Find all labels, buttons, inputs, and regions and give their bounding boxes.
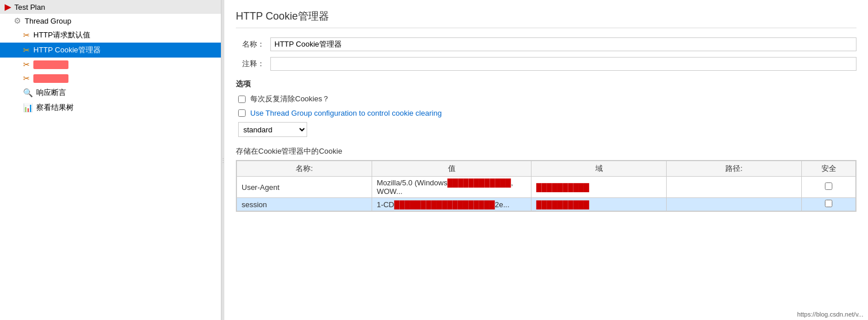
- name-row: 名称：: [236, 37, 856, 51]
- name-label: 名称：: [236, 39, 265, 49]
- sidebar-item-test-plan[interactable]: ▶ Test Plan: [0, 0, 221, 14]
- cookie-section-title: 存储在Cookie管理器中的Cookie: [236, 146, 856, 157]
- cookie-icon: ✂: [23, 45, 30, 55]
- thread-group-cookie-checkbox[interactable]: [238, 109, 246, 117]
- thread-group-cookie-label[interactable]: Use Thread Group configuration to contro…: [250, 109, 442, 117]
- search-icon: 🔍: [23, 88, 33, 97]
- sidebar-item-label: Thread Group: [25, 17, 71, 25]
- sidebar-item-label: HTTP请求默认值: [33, 30, 90, 40]
- sidebar-item-results-tree[interactable]: 📊 察看结果树: [0, 100, 221, 115]
- policy-dropdown-row: standard compatibility netscape rfc2109 …: [236, 122, 856, 137]
- sidebar-item-label-blurred-2: ████: [33, 74, 68, 83]
- page-title: HTTP Cookie管理器: [236, 9, 856, 28]
- col-header-name: 名称:: [237, 161, 372, 177]
- sidebar-item-assert[interactable]: 🔍 响应断言: [0, 85, 221, 100]
- col-header-value: 值: [372, 161, 531, 177]
- col-header-path: 路径:: [667, 161, 802, 177]
- col-header-secure: 安全: [802, 161, 856, 177]
- sidebar-item-blurred-2[interactable]: ✂ ████: [0, 71, 221, 85]
- cookie-value-cell: 1-CD███████████████████2e...: [372, 198, 531, 211]
- table-row[interactable]: session 1-CD███████████████████2e... ███…: [237, 198, 856, 211]
- options-section-title: 选项: [236, 79, 856, 89]
- clear-cookies-label[interactable]: 每次反复清除Cookies？: [250, 94, 330, 104]
- cookie-path-cell: [667, 177, 802, 198]
- sidebar-item-label-blurred-1: ████: [33, 60, 68, 69]
- wrench-icon: ✂: [23, 31, 30, 40]
- checkbox1-row: 每次反复清除Cookies？: [236, 94, 856, 104]
- secure-checkbox-2[interactable]: [825, 200, 832, 207]
- sidebar-item-http-default[interactable]: ✂ HTTP请求默认值: [0, 28, 221, 43]
- sidebar-item-label: HTTP Cookie管理器: [33, 45, 101, 55]
- clear-cookies-checkbox[interactable]: [238, 96, 246, 103]
- blurred-icon-2: ✂: [23, 74, 30, 83]
- sidebar-item-label: 响应断言: [36, 87, 66, 98]
- cookie-domain-cell: ██████████: [531, 177, 667, 198]
- thread-group-icon: ⚙: [14, 16, 21, 25]
- sidebar-item-label: 察看结果树: [36, 102, 74, 113]
- cookie-name-cell: User-Agent: [237, 177, 372, 198]
- cookie-name-cell: session: [237, 198, 372, 211]
- sidebar-item-blurred-1[interactable]: ✂ ████: [0, 58, 221, 71]
- name-input[interactable]: [270, 37, 856, 51]
- col-header-domain: 域: [531, 161, 667, 177]
- sidebar-item-http-cookie[interactable]: ✂ HTTP Cookie管理器: [0, 43, 221, 58]
- cookie-table-wrapper: 名称: 值 域 路径: 安全 User-Agent Mozilla/5.0 (W…: [236, 160, 856, 212]
- sidebar-item-label: Test Plan: [14, 3, 45, 12]
- sidebar-item-thread-group[interactable]: ⚙ Thread Group: [0, 14, 221, 28]
- watermark: https://blog.csdn.net/v...: [797, 311, 863, 318]
- comment-row: 注释：: [236, 57, 856, 71]
- secure-checkbox-1[interactable]: [825, 182, 832, 190]
- blurred-icon-1: ✂: [23, 60, 30, 69]
- cookie-domain-cell: ██████████: [531, 198, 667, 211]
- comment-input[interactable]: [270, 57, 856, 71]
- cookie-value-cell: Mozilla/5.0 (Windows████████████, WOW...: [372, 177, 531, 198]
- test-plan-icon: ▶: [5, 2, 11, 12]
- results-icon: 📊: [23, 103, 33, 112]
- sidebar: ▶ Test Plan ⚙ Thread Group ✂ HTTP请求默认值 ✂…: [0, 0, 221, 320]
- table-row[interactable]: User-Agent Mozilla/5.0 (Windows█████████…: [237, 177, 856, 198]
- cookie-table: 名称: 值 域 路径: 安全 User-Agent Mozilla/5.0 (W…: [236, 161, 856, 211]
- comment-label: 注释：: [236, 59, 265, 69]
- checkbox2-row: Use Thread Group configuration to contro…: [236, 109, 856, 117]
- cookie-path-cell: [667, 198, 802, 211]
- cookie-secure-cell: [802, 198, 856, 211]
- main-panel: HTTP Cookie管理器 名称： 注释： 选项 每次反复清除Cookies？…: [224, 0, 868, 320]
- cookie-secure-cell: [802, 177, 856, 198]
- cookie-policy-select[interactable]: standard compatibility netscape rfc2109 …: [238, 122, 307, 137]
